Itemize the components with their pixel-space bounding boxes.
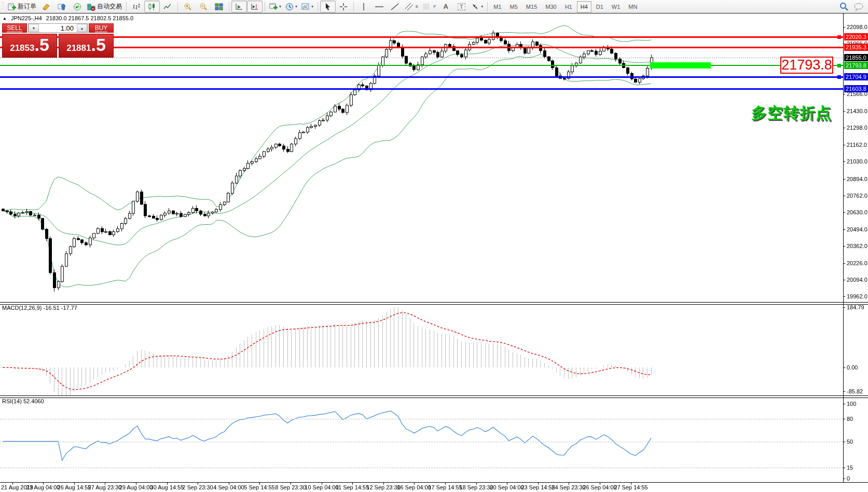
sell-price-box[interactable]: 21853 .5 <box>2 34 57 58</box>
time-axis-label[interactable]: 17 Sep 14:55 <box>428 484 462 490</box>
buy-price-main: 21881 <box>66 37 91 53</box>
volume-stepper: ▼ ▲ <box>28 23 88 33</box>
price-tick-label: 21430.0 <box>847 108 867 114</box>
price-tick-label: 20630.0 <box>847 209 867 215</box>
price-tick-label: 20894.0 <box>847 176 867 182</box>
price-axis-line <box>843 13 844 483</box>
time-axis-label[interactable]: 27 Aug 23:30 <box>88 484 122 490</box>
rsi-pane-separator[interactable] <box>0 395 868 398</box>
price-axis-box-21704.9: 21704.9 <box>844 73 868 80</box>
time-axis-label[interactable]: 2 Sep 23:30 <box>182 484 213 490</box>
time-axis-label[interactable]: 18 Sep 23:30 <box>459 484 493 490</box>
rsi-name: RSI(14) <box>2 398 22 404</box>
macd-pane-separator[interactable] <box>0 302 868 305</box>
chinese-annotation-text[interactable]: 多空转折点 <box>751 103 832 124</box>
price-tick-label: 20362.0 <box>847 243 867 249</box>
time-axis-label[interactable]: 20 Sep 04:00 <box>490 484 523 490</box>
sell-button[interactable]: SELL <box>2 23 27 33</box>
rsi-value: 52.4060 <box>23 398 44 404</box>
time-axis-label[interactable]: 11 Sep 14:55 <box>336 484 369 490</box>
volume-decrease-button[interactable]: ▼ <box>29 24 39 32</box>
price-axis-box-21855.0: 21855.0 <box>844 54 868 61</box>
time-axis-label[interactable]: 30 Aug 14:55 <box>150 484 184 490</box>
price-callout-label[interactable]: 21793.8 <box>780 57 833 74</box>
rsi-level-line <box>0 419 843 419</box>
rsi-level-line <box>0 442 843 442</box>
ohlc-values: 21830.0 21867.5 21802.5 21855.0 <box>46 15 133 21</box>
price-tick-label: 21030.0 <box>847 158 867 165</box>
line-handle-21793.8[interactable] <box>837 64 841 67</box>
time-axis-label[interactable]: 23 Sep 14:55 <box>521 484 555 490</box>
buy-button-label: BUY <box>95 24 108 32</box>
chart-window: 22098.021966.021566.021430.021298.021162… <box>0 13 868 492</box>
line-handle-22020.3[interactable] <box>837 35 841 39</box>
rsi-tick-label: 0 <box>847 475 850 482</box>
time-axis-label[interactable]: 12 Sep 23:30 <box>366 484 400 490</box>
line-handle-21704.9[interactable] <box>837 75 841 79</box>
price-axis-box-21603.8: 21603.8 <box>844 85 868 92</box>
price-tick-label: 21162.0 <box>847 142 867 148</box>
collapse-panel-icon[interactable]: ▲ <box>3 16 7 21</box>
time-axis-label[interactable]: 4 Sep 04:00 <box>213 484 244 490</box>
macd-tick-label: 0.00 <box>847 364 858 371</box>
trading-platform-window: { "toolbar": { "new_order_label": "新订单",… <box>0 0 868 492</box>
time-axis-label[interactable]: 16 Sep 04:00 <box>397 484 431 490</box>
horizontal-line-21793.8[interactable] <box>0 65 843 66</box>
symbol-info-line: ▲ JPN225-,H4 21830.0 21867.5 21802.5 218… <box>3 15 133 21</box>
rsi-tick-label: 80 <box>847 416 853 422</box>
price-tick-label: 20494.0 <box>847 226 867 233</box>
buy-price-fraction: .5 <box>91 34 105 55</box>
price-tick-label: 20094.0 <box>847 277 867 283</box>
price-callout-text: 21793.8 <box>781 57 832 73</box>
horizontal-line-22020.3[interactable] <box>0 36 843 38</box>
macd-values: -16.51 -17.77 <box>43 305 77 311</box>
volume-input[interactable] <box>39 24 77 32</box>
price-axis-box-21935.3: 21935.3 <box>844 44 868 51</box>
macd-tick-label: 184.79 <box>847 304 864 310</box>
time-axis-label[interactable]: 26 Sep 04:00 <box>583 484 616 490</box>
rsi-label: RSI(14) 52.4060 <box>2 398 44 404</box>
horizontal-line-21704.9[interactable] <box>0 76 843 78</box>
buy-price-box[interactable]: 21881 .5 <box>59 34 114 58</box>
price-tick-label: 19962.0 <box>847 293 867 299</box>
price-tick-label: 22098.0 <box>847 24 867 30</box>
sell-button-label: SELL <box>7 24 22 32</box>
time-axis-label[interactable]: 24 Sep 23:30 <box>552 484 585 490</box>
price-axis-box-22020.3: 22020.3 <box>844 33 868 40</box>
horizontal-line-21935.3[interactable] <box>0 47 843 48</box>
rsi-tick-label: 50 <box>847 439 853 445</box>
price-tick-label: 20226.0 <box>847 260 867 266</box>
macd-label: MACD(12,26,9) -16.51 -17.77 <box>2 305 77 311</box>
horizontal-line-21603.8[interactable] <box>0 88 843 90</box>
buy-button[interactable]: BUY <box>89 23 114 33</box>
sell-price-fraction: .5 <box>34 34 49 55</box>
time-axis-label[interactable]: 8 Sep 23:30 <box>275 484 306 490</box>
volume-increase-button[interactable]: ▲ <box>77 24 87 32</box>
time-axis-separator <box>0 482 868 483</box>
price-axis-box-21793.8: 21793.8 <box>844 62 868 69</box>
rsi-tick-label: 100 <box>847 401 856 407</box>
time-axis-label[interactable]: 26 Aug 14:55 <box>58 484 91 490</box>
rsi-level-line <box>0 468 843 468</box>
time-axis-label[interactable]: 10 Sep 04:00 <box>305 484 338 490</box>
one-click-trading-panel: SELL ▼ ▲ BUY 21853 .5 21881 .5 <box>2 23 114 59</box>
chart-canvas[interactable] <box>0 0 868 492</box>
sell-price-main: 21853 <box>10 37 34 53</box>
symbol-period-label: JPN225-,H4 <box>11 15 42 21</box>
rsi-tick-label: 15 <box>847 464 853 471</box>
time-axis-label[interactable]: 23 Aug 04:00 <box>26 484 60 490</box>
green-highlight-rectangle[interactable] <box>650 62 711 69</box>
time-axis-label[interactable]: 29 Aug 04:00 <box>119 484 153 490</box>
price-tick-label: 20762.0 <box>847 193 867 199</box>
price-tick-label: 21298.0 <box>847 125 867 131</box>
time-axis-label[interactable]: 5 Sep 14:55 <box>244 484 274 490</box>
macd-tick-label: -85.82 <box>847 388 863 394</box>
time-axis-label[interactable]: 27 Sep 14:55 <box>614 484 647 490</box>
macd-name: MACD(12,26,9) <box>2 305 42 311</box>
